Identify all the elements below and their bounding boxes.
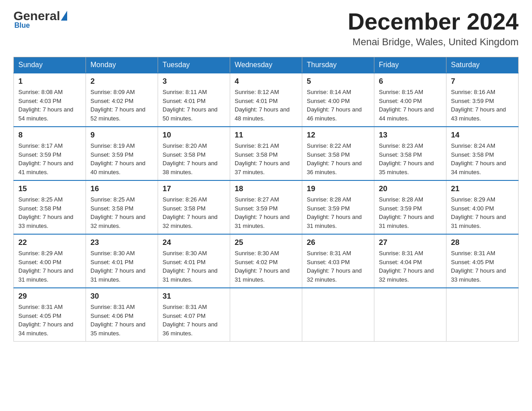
calendar-cell: 21Sunrise: 8:29 AMSunset: 4:00 PMDayligh… xyxy=(446,180,519,234)
logo-blue: Blue xyxy=(14,21,30,30)
week-row-5: 29Sunrise: 8:31 AMSunset: 4:05 PMDayligh… xyxy=(14,288,519,342)
day-info: Sunrise: 8:30 AMSunset: 4:01 PMDaylight:… xyxy=(90,249,153,284)
day-info: Sunrise: 8:24 AMSunset: 3:58 PMDaylight:… xyxy=(451,141,514,176)
day-info: Sunrise: 8:23 AMSunset: 3:58 PMDaylight:… xyxy=(379,141,442,176)
calendar-cell: 11Sunrise: 8:21 AMSunset: 3:58 PMDayligh… xyxy=(230,127,302,180)
weekday-header-monday: Monday xyxy=(86,57,158,73)
calendar-cell xyxy=(302,288,374,342)
calendar-cell: 16Sunrise: 8:25 AMSunset: 3:58 PMDayligh… xyxy=(86,180,158,234)
day-info: Sunrise: 8:25 AMSunset: 3:58 PMDaylight:… xyxy=(90,195,153,230)
day-info: Sunrise: 8:19 AMSunset: 3:59 PMDaylight:… xyxy=(90,141,153,176)
day-info: Sunrise: 8:31 AMSunset: 4:06 PMDaylight:… xyxy=(90,303,153,338)
logo-triangle-icon xyxy=(61,11,67,21)
day-info: Sunrise: 8:28 AMSunset: 3:59 PMDaylight:… xyxy=(379,195,442,230)
day-number: 22 xyxy=(18,238,81,247)
calendar-cell: 14Sunrise: 8:24 AMSunset: 3:58 PMDayligh… xyxy=(446,127,519,180)
calendar-cell: 28Sunrise: 8:31 AMSunset: 4:05 PMDayligh… xyxy=(446,234,519,288)
logo: General Blue xyxy=(13,9,67,30)
day-info: Sunrise: 8:30 AMSunset: 4:02 PMDaylight:… xyxy=(235,249,297,284)
day-number: 1 xyxy=(18,77,81,86)
day-number: 23 xyxy=(90,238,153,247)
week-row-2: 8Sunrise: 8:17 AMSunset: 3:59 PMDaylight… xyxy=(14,127,519,180)
calendar-cell: 23Sunrise: 8:30 AMSunset: 4:01 PMDayligh… xyxy=(86,234,158,288)
calendar-cell: 17Sunrise: 8:26 AMSunset: 3:58 PMDayligh… xyxy=(158,180,230,234)
calendar-cell: 10Sunrise: 8:20 AMSunset: 3:58 PMDayligh… xyxy=(158,127,230,180)
weekday-header-sunday: Sunday xyxy=(14,57,86,73)
calendar-cell: 31Sunrise: 8:31 AMSunset: 4:07 PMDayligh… xyxy=(158,288,230,342)
calendar-cell xyxy=(374,288,446,342)
calendar-cell: 25Sunrise: 8:30 AMSunset: 4:02 PMDayligh… xyxy=(230,234,302,288)
calendar-cell: 9Sunrise: 8:19 AMSunset: 3:59 PMDaylight… xyxy=(86,127,158,180)
day-number: 14 xyxy=(451,131,514,140)
day-number: 9 xyxy=(90,131,153,140)
day-info: Sunrise: 8:22 AMSunset: 3:58 PMDaylight:… xyxy=(307,141,369,176)
day-info: Sunrise: 8:11 AMSunset: 4:01 PMDaylight:… xyxy=(163,88,225,123)
day-number: 2 xyxy=(90,77,153,86)
day-info: Sunrise: 8:29 AMSunset: 4:00 PMDaylight:… xyxy=(451,195,514,230)
location: Menai Bridge, Wales, United Kingdom xyxy=(348,36,519,48)
day-info: Sunrise: 8:15 AMSunset: 4:00 PMDaylight:… xyxy=(379,88,442,123)
day-number: 19 xyxy=(307,184,369,193)
day-number: 31 xyxy=(163,292,225,301)
day-info: Sunrise: 8:27 AMSunset: 3:59 PMDaylight:… xyxy=(235,195,297,230)
calendar-cell: 7Sunrise: 8:16 AMSunset: 3:59 PMDaylight… xyxy=(446,73,519,127)
day-number: 28 xyxy=(451,238,514,247)
week-row-1: 1Sunrise: 8:08 AMSunset: 4:03 PMDaylight… xyxy=(14,73,519,127)
title-area: December 2024 Menai Bridge, Wales, Unite… xyxy=(348,9,519,48)
calendar-cell: 15Sunrise: 8:25 AMSunset: 3:58 PMDayligh… xyxy=(14,180,86,234)
day-info: Sunrise: 8:31 AMSunset: 4:05 PMDaylight:… xyxy=(451,249,514,284)
calendar-cell: 27Sunrise: 8:31 AMSunset: 4:04 PMDayligh… xyxy=(374,234,446,288)
calendar-cell: 8Sunrise: 8:17 AMSunset: 3:59 PMDaylight… xyxy=(14,127,86,180)
calendar-cell: 2Sunrise: 8:09 AMSunset: 4:02 PMDaylight… xyxy=(86,73,158,127)
day-number: 17 xyxy=(163,184,225,193)
day-number: 10 xyxy=(163,131,225,140)
day-number: 16 xyxy=(90,184,153,193)
day-info: Sunrise: 8:28 AMSunset: 3:59 PMDaylight:… xyxy=(307,195,369,230)
day-number: 5 xyxy=(307,77,369,86)
day-number: 24 xyxy=(163,238,225,247)
weekday-header-saturday: Saturday xyxy=(446,57,519,73)
day-info: Sunrise: 8:30 AMSunset: 4:01 PMDaylight:… xyxy=(163,249,225,284)
calendar-cell xyxy=(230,288,302,342)
calendar-cell: 6Sunrise: 8:15 AMSunset: 4:00 PMDaylight… xyxy=(374,73,446,127)
day-number: 12 xyxy=(307,131,369,140)
weekday-header-thursday: Thursday xyxy=(302,57,374,73)
day-info: Sunrise: 8:31 AMSunset: 4:03 PMDaylight:… xyxy=(307,249,369,284)
day-number: 3 xyxy=(163,77,225,86)
day-info: Sunrise: 8:17 AMSunset: 3:59 PMDaylight:… xyxy=(18,141,81,176)
calendar-cell: 18Sunrise: 8:27 AMSunset: 3:59 PMDayligh… xyxy=(230,180,302,234)
day-info: Sunrise: 8:31 AMSunset: 4:07 PMDaylight:… xyxy=(163,303,225,338)
calendar-cell: 5Sunrise: 8:14 AMSunset: 4:00 PMDaylight… xyxy=(302,73,374,127)
calendar-cell: 1Sunrise: 8:08 AMSunset: 4:03 PMDaylight… xyxy=(14,73,86,127)
calendar-cell: 22Sunrise: 8:29 AMSunset: 4:00 PMDayligh… xyxy=(14,234,86,288)
month-title: December 2024 xyxy=(348,9,519,34)
day-number: 4 xyxy=(235,77,297,86)
day-number: 11 xyxy=(235,131,297,140)
calendar-cell: 20Sunrise: 8:28 AMSunset: 3:59 PMDayligh… xyxy=(374,180,446,234)
day-number: 15 xyxy=(18,184,81,193)
weekday-header-row: SundayMondayTuesdayWednesdayThursdayFrid… xyxy=(14,57,519,73)
week-row-4: 22Sunrise: 8:29 AMSunset: 4:00 PMDayligh… xyxy=(14,234,519,288)
calendar-cell: 19Sunrise: 8:28 AMSunset: 3:59 PMDayligh… xyxy=(302,180,374,234)
calendar-cell: 3Sunrise: 8:11 AMSunset: 4:01 PMDaylight… xyxy=(158,73,230,127)
day-info: Sunrise: 8:12 AMSunset: 4:01 PMDaylight:… xyxy=(235,88,297,123)
calendar-cell: 26Sunrise: 8:31 AMSunset: 4:03 PMDayligh… xyxy=(302,234,374,288)
day-number: 29 xyxy=(18,292,81,301)
weekday-header-wednesday: Wednesday xyxy=(230,57,302,73)
day-number: 8 xyxy=(18,131,81,140)
day-info: Sunrise: 8:21 AMSunset: 3:58 PMDaylight:… xyxy=(235,141,297,176)
calendar-cell: 24Sunrise: 8:30 AMSunset: 4:01 PMDayligh… xyxy=(158,234,230,288)
day-number: 13 xyxy=(379,131,442,140)
day-number: 6 xyxy=(379,77,442,86)
page-header: General Blue December 2024 Menai Bridge,… xyxy=(13,9,519,48)
day-info: Sunrise: 8:09 AMSunset: 4:02 PMDaylight:… xyxy=(90,88,153,123)
day-number: 26 xyxy=(307,238,369,247)
calendar: SundayMondayTuesdayWednesdayThursdayFrid… xyxy=(13,57,519,342)
calendar-cell: 12Sunrise: 8:22 AMSunset: 3:58 PMDayligh… xyxy=(302,127,374,180)
calendar-cell: 13Sunrise: 8:23 AMSunset: 3:58 PMDayligh… xyxy=(374,127,446,180)
week-row-3: 15Sunrise: 8:25 AMSunset: 3:58 PMDayligh… xyxy=(14,180,519,234)
day-number: 18 xyxy=(235,184,297,193)
day-info: Sunrise: 8:08 AMSunset: 4:03 PMDaylight:… xyxy=(18,88,81,123)
day-info: Sunrise: 8:14 AMSunset: 4:00 PMDaylight:… xyxy=(307,88,369,123)
day-info: Sunrise: 8:26 AMSunset: 3:58 PMDaylight:… xyxy=(163,195,225,230)
